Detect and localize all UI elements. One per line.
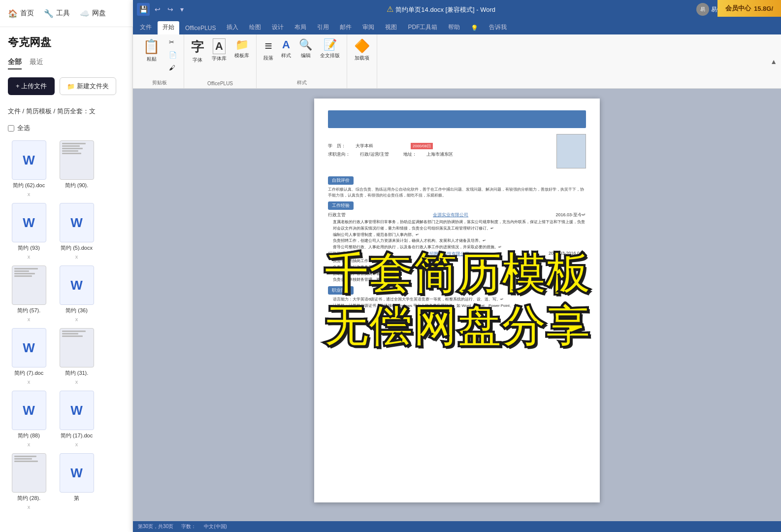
- template-library-button[interactable]: 📁 模板库: [231, 36, 252, 61]
- file-name-10: 简约 (17).doc: [61, 432, 93, 439]
- tab-layout[interactable]: 布局: [290, 21, 311, 34]
- list-item[interactable]: 简约 (31). x: [56, 328, 98, 385]
- file-name-6: 简约 (36): [65, 307, 88, 314]
- list-item[interactable]: W 简约 (62).doc x: [8, 140, 50, 197]
- list-item[interactable]: W 简约 (36) x: [56, 266, 98, 322]
- edit-button[interactable]: 🔍 编辑: [296, 36, 315, 79]
- list-item[interactable]: W 第: [56, 453, 98, 510]
- vip-banner[interactable]: 会员中心 15.8G/: [717, 0, 781, 17]
- file-delete-3[interactable]: x: [28, 254, 31, 260]
- file-grid: W 简约 (62).doc x 简约 (90). W: [0, 136, 132, 514]
- format-painter-button[interactable]: 🖌: [166, 62, 180, 73]
- tab-file[interactable]: 文件: [135, 21, 157, 34]
- tab-design[interactable]: 设计: [267, 21, 289, 34]
- file-delete-9[interactable]: x: [28, 441, 31, 447]
- word-more-btn[interactable]: ▾: [178, 4, 186, 14]
- tab-references[interactable]: 引用: [312, 21, 334, 34]
- edu-value: 大学本科: [356, 143, 373, 149]
- file-preview-2: [60, 140, 94, 180]
- tab-recent[interactable]: 最近: [30, 58, 43, 69]
- file-delete-11[interactable]: x: [28, 504, 31, 510]
- tools-icon: 🔧: [44, 9, 54, 18]
- nav-tools[interactable]: 🔧 工具: [44, 9, 70, 18]
- word-undo-button[interactable]: ↩: [153, 4, 163, 14]
- resume-name-row: 学 历： 大学本科 2000/08日: [328, 143, 556, 149]
- layout-button[interactable]: 📝 全文排版: [317, 36, 343, 79]
- tab-review[interactable]: 审阅: [358, 21, 379, 34]
- tab-light-bulb[interactable]: 💡: [466, 23, 483, 34]
- file-delete-8[interactable]: x: [75, 379, 78, 385]
- paste-button[interactable]: 📋 粘贴: [139, 36, 164, 65]
- list-item[interactable]: 简约 (90).: [56, 140, 98, 197]
- list-item[interactable]: W 简约 (93) x: [8, 203, 50, 260]
- tab-officeplus[interactable]: OfficePLUS: [180, 23, 221, 34]
- cut-button[interactable]: ✂: [166, 36, 180, 48]
- file-name-2: 简约 (90).: [65, 182, 89, 189]
- loc-value: 上海市浦东区: [426, 151, 453, 158]
- list-item[interactable]: W 简约 (88) x: [8, 391, 50, 447]
- nav-home[interactable]: 🏠 首页: [8, 9, 34, 18]
- extra-btns: 🔶 加载项: [351, 36, 373, 86]
- ribbon-collapse[interactable]: ▲: [770, 58, 777, 66]
- tab-insert[interactable]: 插入: [222, 21, 243, 34]
- addins-button[interactable]: 🔶 加载项: [351, 36, 373, 86]
- tab-home[interactable]: 开始: [158, 21, 179, 34]
- titlebar-center: ⚠ 简约单页14.docx [兼容模式] - Word: [186, 4, 696, 14]
- font-library-label: 字体库: [212, 55, 227, 62]
- font-library-button[interactable]: A 字体库: [209, 36, 229, 64]
- tab-pdf[interactable]: PDF工具箱: [403, 21, 442, 34]
- nav-cloud[interactable]: ☁️ 网盘: [80, 9, 106, 18]
- font-button[interactable]: 字 字体: [188, 36, 207, 66]
- word-count: 字数：: [181, 523, 196, 530]
- paste-icon: 📋: [143, 38, 160, 55]
- word-redo-button[interactable]: ↪: [165, 4, 175, 14]
- resume-photo: [556, 134, 586, 168]
- file-delete-4[interactable]: x: [75, 254, 78, 260]
- tab-all[interactable]: 全部: [8, 58, 22, 69]
- clipboard-inner: 📋 粘贴 ✂ 📄 🖌 剪贴板: [135, 34, 184, 88]
- list-item[interactable]: W 简约 (7).doc x: [8, 328, 50, 385]
- file-icon-10: W: [60, 391, 94, 430]
- file-delete-6[interactable]: x: [75, 316, 78, 322]
- word-title: 简约单页14.docx [兼容模式] - Word: [395, 6, 495, 13]
- copy-button[interactable]: 📄: [166, 49, 180, 61]
- paragraph-button[interactable]: ≡ 段落: [260, 36, 276, 79]
- new-folder-button[interactable]: 📁 新建文件夹: [60, 77, 116, 95]
- font-icon: 字: [191, 38, 204, 56]
- tab-help[interactable]: 帮助: [443, 21, 465, 34]
- copy-icon: 📄: [169, 51, 177, 59]
- select-all-checkbox[interactable]: [8, 125, 14, 132]
- word-ribbon: 📋 粘贴 ✂ 📄 🖌 剪贴板: [133, 34, 781, 89]
- list-item[interactable]: W 简约 (17).doc x: [56, 391, 98, 447]
- job-2-header: 行政助理 一招网络科技有限公司 2015.03-2016.01↵: [328, 251, 586, 257]
- paragraph-label: 段落: [263, 55, 273, 62]
- list-item[interactable]: W 简约 (5).docx x: [56, 203, 98, 260]
- file-delete-1[interactable]: x: [28, 191, 31, 197]
- tab-mailings[interactable]: 邮件: [335, 21, 357, 34]
- tab-view[interactable]: 视图: [380, 21, 402, 34]
- file-delete-10[interactable]: x: [75, 441, 78, 447]
- extra-section: 🔶 加载项 排版: [347, 34, 377, 88]
- job-2-company: 一招网络科技有限公司: [425, 251, 469, 257]
- addins-icon: 🔶: [354, 38, 370, 54]
- select-all-label: 全选: [17, 124, 30, 133]
- styles-button[interactable]: A 样式: [278, 36, 294, 79]
- bullet-2-3: 协助处理客户客务及简单客诉；↵: [333, 271, 586, 277]
- file-list: W 简约 (62).doc x 简约 (90). W: [4, 136, 129, 514]
- styles-icon: A: [282, 38, 290, 51]
- file-delete-5[interactable]: x: [28, 316, 31, 322]
- action-btns: + 上传文件 📁 新建文件夹: [0, 77, 132, 95]
- word-save-button[interactable]: 💾: [137, 3, 150, 16]
- file-icon-4: W: [60, 203, 94, 242]
- upload-button[interactable]: + 上传文件: [8, 77, 55, 95]
- tab-tell-me[interactable]: 告诉我: [484, 21, 512, 34]
- officeplus-label: OfficePLUS: [188, 81, 252, 86]
- file-delete-7[interactable]: x: [28, 379, 31, 385]
- file-name-4: 简约 (5).docx: [61, 244, 93, 252]
- list-item[interactable]: 简约 (57). x: [8, 266, 50, 322]
- list-item[interactable]: 简约 (28). x: [8, 453, 50, 510]
- tab-draw[interactable]: 绘图: [244, 21, 266, 34]
- job-1-bullets: 直属老板的行政人事管理和日常事务，协助总监调解各部门之间的协调协调，落实公司规章…: [333, 219, 586, 251]
- page-info: 第30页，共30页: [138, 523, 173, 530]
- birth-value: 2000/08日: [411, 143, 433, 149]
